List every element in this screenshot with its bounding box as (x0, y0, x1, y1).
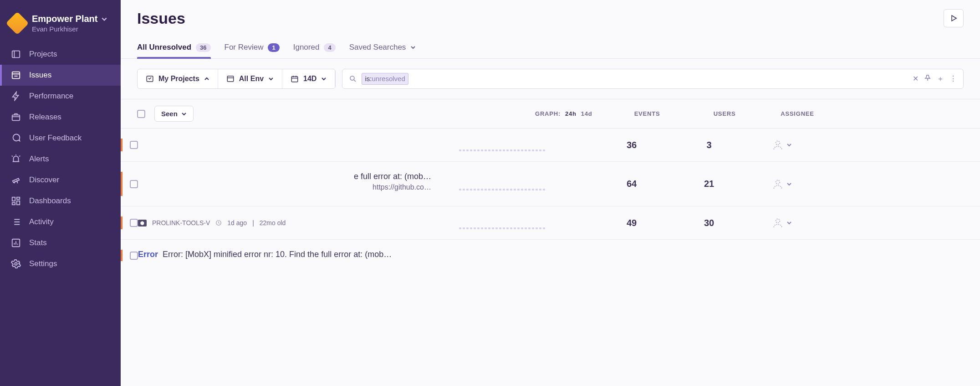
bar-chart-icon (11, 238, 21, 248)
telescope-icon (11, 175, 21, 185)
play-button[interactable] (944, 9, 964, 27)
search-bar[interactable]: is:unresolved ✕ ＋ ⋮ (342, 69, 964, 89)
chevron-down-icon (101, 16, 107, 22)
search-token[interactable]: is:unresolved (362, 73, 408, 85)
svg-point-24 (776, 180, 780, 184)
package-icon (11, 112, 21, 122)
issues-icon (11, 70, 21, 80)
env-filter[interactable]: All Env (218, 69, 282, 88)
chevron-down-icon (181, 111, 187, 117)
nav-projects[interactable]: Projects (0, 44, 121, 65)
chevron-down-icon (268, 76, 274, 82)
svg-rect-3 (12, 197, 15, 201)
nav-dashboards[interactable]: Dashboards (0, 190, 121, 211)
clear-search-icon[interactable]: ✕ (913, 74, 919, 84)
nav-discover[interactable]: Discover (0, 170, 121, 190)
filter-group: My Projects All Env 14D prolink (137, 69, 336, 89)
row-checkbox[interactable] (130, 141, 138, 149)
clock-icon (215, 220, 222, 226)
siren-icon (11, 154, 21, 164)
events-count: 49 (591, 218, 673, 228)
svg-point-22 (350, 76, 354, 80)
chevron-down-icon (410, 45, 416, 50)
avatar-empty-icon (772, 139, 784, 151)
project-filter[interactable]: My Projects (138, 69, 218, 88)
org-selector[interactable]: Empower Plant Evan Purkhiser (0, 9, 121, 44)
pin-icon[interactable] (924, 74, 931, 84)
more-icon[interactable]: ⋮ (949, 74, 957, 84)
page-title: Issues (137, 10, 185, 27)
assignee-picker[interactable] (745, 178, 818, 190)
avatar-empty-icon (772, 178, 784, 190)
gear-icon (11, 259, 21, 269)
dashboard-icon (11, 196, 21, 206)
org-logo-icon (6, 12, 29, 35)
projects-icon (11, 49, 21, 59)
tab-saved-searches[interactable]: Saved Searches (349, 36, 416, 58)
table-header: Seen GRAPH: 24h 14d EVENTS USERS ASSIGNE… (121, 99, 980, 129)
feedback-icon (11, 133, 21, 143)
chevron-up-icon (204, 76, 209, 82)
col-users-label: USERS (688, 110, 761, 117)
nav-activity[interactable]: Activity (0, 211, 121, 232)
calendar-icon (291, 75, 299, 83)
range-24h[interactable]: 24h (565, 110, 577, 117)
svg-rect-1 (12, 72, 20, 79)
events-count: 64 (591, 179, 673, 189)
range-14d[interactable]: 14d (581, 110, 592, 117)
sparkline (431, 216, 550, 229)
avatar-empty-icon (772, 217, 784, 229)
nav-performance[interactable]: Performance (0, 86, 121, 107)
nav-user-feedback[interactable]: User Feedback (0, 128, 121, 149)
project-short: PROLINK-TOOLS-V (152, 219, 210, 226)
sort-button[interactable]: Seen (154, 106, 194, 122)
org-user: Evan Purkhiser (32, 25, 107, 33)
search-icon (349, 75, 357, 83)
tab-ignored[interactable]: Ignored 4 (293, 36, 336, 58)
svg-rect-0 (12, 51, 20, 58)
sparkline (431, 178, 550, 190)
table-row[interactable]: Error Error: [MobX] minified error nr: 1… (121, 240, 980, 271)
users-count: 3 (673, 140, 745, 150)
tab-all-unresolved[interactable]: All Unresolved 36 (137, 36, 211, 58)
svg-point-8 (15, 262, 17, 265)
row-checkbox[interactable] (130, 252, 138, 260)
table-row[interactable]: e full error at: (mob… https://github.co… (121, 162, 980, 206)
row-checkbox[interactable] (130, 180, 138, 188)
nav-issues[interactable]: Issues (0, 65, 121, 86)
table-row[interactable]: ⬢ PROLINK-TOOLS-V 1d ago | 22mo old 49 3… (121, 206, 980, 240)
tabs: All Unresolved 36 For Review 1 Ignored 4… (121, 31, 980, 59)
tab-for-review[interactable]: For Review 1 (225, 36, 280, 58)
assignee-picker[interactable] (745, 217, 818, 229)
svg-rect-5 (17, 201, 20, 205)
nav-settings[interactable]: Settings (0, 253, 121, 274)
col-events-label: EVENTS (606, 110, 688, 117)
svg-rect-11 (291, 77, 298, 82)
nav-alerts[interactable]: Alerts (0, 149, 121, 170)
play-icon (950, 15, 957, 22)
sidebar: Empower Plant Evan Purkhiser Projects Is… (0, 0, 121, 386)
search-input[interactable] (413, 75, 908, 83)
users-count: 30 (673, 218, 745, 228)
table-row[interactable]: 36 3 (121, 129, 980, 162)
users-count: 21 (673, 179, 745, 189)
row-checkbox[interactable] (130, 219, 138, 227)
col-assignee-label: ASSIGNEE (761, 110, 834, 117)
nav-releases[interactable]: Releases (0, 107, 121, 128)
range-filter[interactable]: 14D (282, 69, 335, 88)
svg-point-26 (776, 219, 780, 223)
list-icon (11, 217, 21, 227)
assignee-picker[interactable] (745, 139, 818, 151)
issue-error-type[interactable]: Error (138, 250, 158, 259)
svg-point-23 (776, 141, 780, 145)
select-all-checkbox[interactable] (137, 110, 145, 118)
add-icon[interactable]: ＋ (937, 74, 944, 84)
badge-unresolved: 36 (196, 43, 210, 52)
lightning-icon (11, 91, 21, 101)
project-icon (146, 75, 154, 83)
chevron-down-icon (786, 220, 792, 226)
chevron-down-icon (321, 76, 327, 82)
col-graph-label: GRAPH: (447, 110, 565, 117)
chevron-down-icon (786, 142, 792, 148)
nav-stats[interactable]: Stats (0, 232, 121, 253)
